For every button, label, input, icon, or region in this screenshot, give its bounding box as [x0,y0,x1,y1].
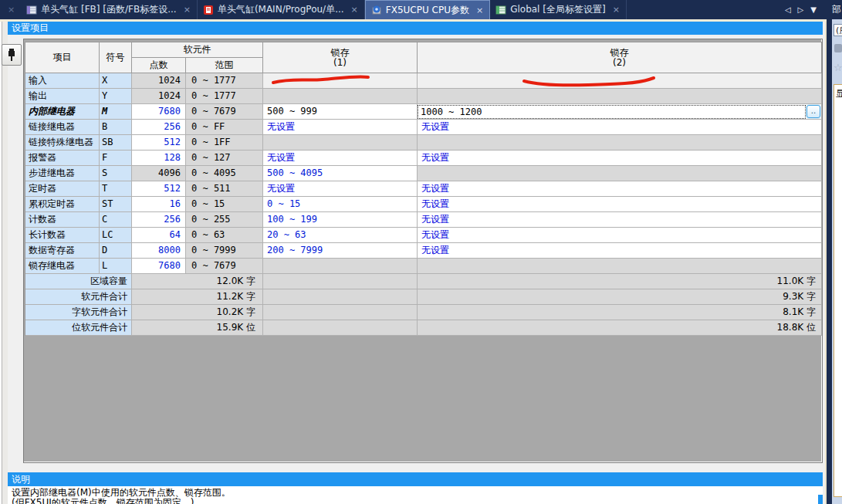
tab-cpu-parameter[interactable]: FX5UCPU CPU参数 × [365,0,490,19]
range-cell: 0 ~ 127 [186,151,263,166]
header-latch2-title: 锁存 [610,48,629,58]
device-row-L: 锁存继电器L76800 ~ 7679 [25,259,822,274]
latch2-cell[interactable]: 无设置 [418,228,822,243]
pin-icon [7,48,16,62]
total-latch1-cell [263,274,418,289]
points-cell[interactable]: 128 [132,151,186,166]
tab-program-main[interactable]: 单头气缸(MAIN/ProgPou/单... × [198,0,365,19]
latch1-cell[interactable]: 20 ~ 63 [263,228,418,243]
device-symbol: F [100,151,132,166]
tab-global-label[interactable]: Global [全局标签设置] × [490,0,627,19]
latch2-cell [418,135,822,151]
device-row-D: 数据寄存器D80000 ~ 7999200 ~ 7999无设置 [25,243,822,259]
window-fragment [818,495,823,504]
panel-toolbar-icon[interactable] [834,44,842,52]
latch2-cell [418,89,822,104]
element-selection-panel-title: 部 [832,3,841,16]
points-cell[interactable]: 7680 [132,104,186,120]
device-symbol: L [100,259,132,274]
points-cell[interactable]: 512 [132,135,186,151]
header-latch1: 锁存 (1) [263,42,418,73]
device-name: 链接继电器 [25,120,100,135]
total-label: 位软元件合计 [25,320,132,336]
total-label: 字软元件合计 [25,305,132,320]
tab-close-icon[interactable]: × [610,5,620,15]
device-grid-container: 项目 符号 软元件 点数 范围 锁存 (1) 锁存 (2) 输入X10240 ~… [23,39,823,463]
total-latch2-value: 11.0K 字 [418,274,822,289]
points-cell[interactable]: 7680 [132,259,186,274]
header-device: 软元件 [132,42,263,58]
browse-button[interactable]: .. [806,105,820,118]
header-latch2: 锁存 (2) [418,42,822,73]
favorites-star-icon[interactable]: ☆ [834,62,842,73]
device-row-M: 内部继电器M76800 ~ 7679500 ~ 9991000 ~ 1200.. [25,104,822,120]
tab-list-dropdown-icon[interactable]: ▼ [810,5,817,14]
range-cell: 0 ~ 7679 [186,259,263,274]
latch2-cell[interactable]: 无设置 [418,120,822,135]
latch2-cell[interactable]: 无设置 [418,197,822,212]
latch1-cell[interactable]: 无设置 [263,181,418,197]
device-symbol: X [100,73,132,89]
device-name: 步进继电器 [25,166,100,181]
cpu-parameter-editor: 设置项目 项目 符号 软元件 点数 范围 锁存 (1) 锁存 (2) [8,22,823,472]
latch1-cell[interactable]: 无设置 [263,120,418,135]
latch1-cell [263,73,418,89]
total-label: 软元件合计 [25,289,132,305]
tab-fb-label-settings[interactable]: 单头气缸 [FB] [函数/FB标签设... × [21,0,198,19]
device-name: 锁存继电器 [25,259,100,274]
latch2-cell[interactable]: 无设置 [418,151,822,166]
ghost-close-icon: × [0,0,21,19]
total-device-value: 12.0K 字 [132,274,263,289]
element-filter-combobox[interactable]: (所 [834,24,842,36]
tab-label: 单头气缸 [FB] [函数/FB标签设... [41,3,176,16]
total-device-value: 15.9K 位 [132,320,263,336]
cpu-parameter-icon [371,5,382,15]
points-cell[interactable]: 16 [132,197,186,212]
points-cell[interactable]: 256 [132,120,186,135]
device-row-T: 定时器T5120 ~ 511无设置无设置 [25,181,822,197]
description-panel: 说明 设置内部继电器(M)中使用的软元件点数、锁存范围。 (但FX5UJ的软元件… [8,472,823,504]
latch1-cell [263,89,418,104]
device-table-totals: 区域容量12.0K 字11.0K 字软元件合计11.2K 字9.3K 字字软元件… [25,274,822,336]
latch-range-input[interactable]: 1000 ~ 1200 [418,105,806,119]
tab-close-icon[interactable]: × [348,5,358,15]
range-cell: 0 ~ 255 [186,212,263,228]
latch1-cell[interactable]: 无设置 [263,151,418,166]
tab-scroll-left-icon[interactable]: ◁ [785,5,791,14]
latch1-cell[interactable]: 200 ~ 7999 [263,243,418,259]
device-name: 定时器 [25,181,100,197]
latch1-cell[interactable]: 500 ~ 999 [263,104,418,120]
points-cell[interactable]: 64 [132,228,186,243]
points-cell[interactable]: 256 [132,212,186,228]
latch2-cell [418,166,822,181]
element-selection-panel: (所 ☆ 显 [832,19,842,504]
latch2-cell [418,73,822,89]
device-name: 报警器 [25,151,100,166]
tab-label: 单头气缸(MAIN/ProgPou/单... [218,3,344,16]
latch1-cell[interactable]: 100 ~ 199 [263,212,418,228]
header-symbol: 符号 [100,42,132,73]
latch2-cell[interactable]: 无设置 [418,181,822,197]
range-cell: 0 ~ 4095 [186,166,263,181]
description-line: (但FX5UJ的软元件点数、锁存范围为固定。) [12,498,823,504]
latch2-cell[interactable]: 无设置 [418,243,822,259]
tab-scroll-right-icon[interactable]: ▷ [798,5,804,14]
header-range: 范围 [186,58,263,73]
program-icon [203,5,214,15]
points-cell[interactable]: 512 [132,181,186,197]
latch2-cell[interactable]: 无设置 [418,212,822,228]
device-symbol: LC [100,228,132,243]
latch1-cell[interactable]: 0 ~ 15 [263,197,418,212]
total-device-value: 11.2K 字 [132,289,263,305]
device-table: 项目 符号 软元件 点数 范围 锁存 (1) 锁存 (2) 输入X10240 ~… [25,42,822,336]
tab-close-icon[interactable]: × [473,5,483,15]
dock-separator [827,19,832,504]
latch1-cell[interactable]: 500 ~ 4095 [263,166,418,181]
device-symbol: T [100,181,132,197]
docking-pin-button[interactable] [2,44,22,66]
latch2-cell-editing[interactable]: 1000 ~ 1200.. [418,104,822,120]
tab-close-icon[interactable]: × [181,5,191,15]
header-latch1-number: (1) [333,58,347,68]
device-symbol: S [100,166,132,181]
points-cell[interactable]: 8000 [132,243,186,259]
